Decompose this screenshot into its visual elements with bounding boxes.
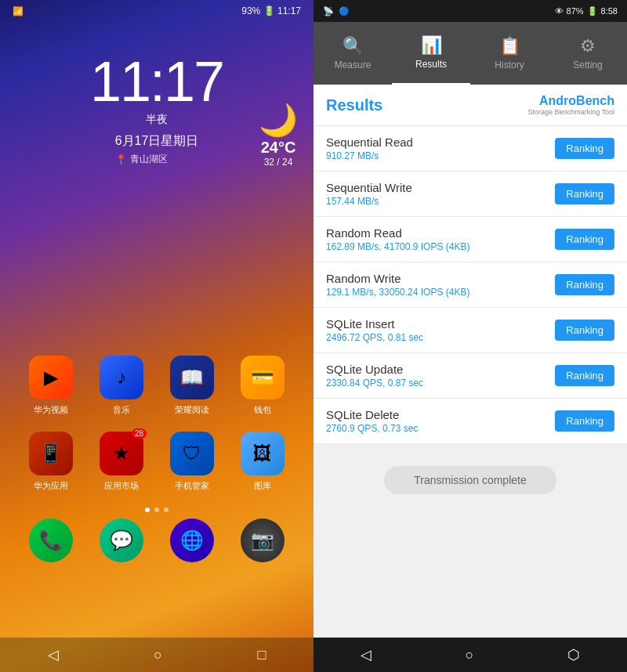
sqlite-update-ranking-btn[interactable]: Ranking	[555, 365, 614, 386]
home-btn-right[interactable]: ○	[466, 647, 474, 663]
gallery-icon: 🖼	[241, 432, 285, 475]
dot-2	[154, 508, 159, 512]
messages-icon: 💬	[100, 518, 143, 562]
right-panel: 📡 🔵 👁 87% 🔋 8:58 🔍 Measure 📊 Results 📋 H…	[314, 0, 627, 672]
sequential-read-name: Sequential Read	[326, 135, 555, 149]
app-messages[interactable]: 💬	[94, 518, 149, 562]
video-icon: ▶	[29, 356, 73, 399]
androbench-name: AndroBench	[528, 94, 614, 108]
wifi-icon: 📶	[13, 6, 24, 16]
sqlite-delete-ranking-btn[interactable]: Ranking	[555, 410, 614, 432]
sqlite-update-value: 2330.84 QPS, 0.87 sec	[326, 378, 555, 388]
random-read-value: 162.89 MB/s, 41700.9 IOPS (4KB)	[326, 241, 555, 252]
eye-icon: 👁	[555, 6, 564, 16]
recent-btn-left[interactable]: □	[257, 647, 266, 663]
right-battery: 87%	[567, 6, 584, 16]
dock: 📞 💬 🌐 📷	[16, 518, 298, 562]
random-write-name: Random Write	[326, 272, 555, 285]
measure-icon: 🔍	[342, 36, 364, 56]
wallet-icon: 💳	[241, 356, 285, 399]
transmission-complete: Transmission complete	[384, 466, 556, 494]
sqlite-delete-name: SQLite Delete	[326, 408, 555, 421]
dot-1	[145, 508, 150, 512]
back-btn-left[interactable]: ◁	[48, 646, 59, 663]
sqlite-update-name: SQLite Update	[326, 363, 555, 376]
random-read-ranking-btn[interactable]: Ranking	[555, 229, 614, 250]
manager-label: 手机管家	[175, 480, 209, 492]
share-btn-right[interactable]: ⬡	[567, 646, 580, 663]
sqlite-insert-name: SQLite Insert	[326, 317, 555, 331]
right-status-left: 📡 🔵	[323, 6, 350, 16]
left-nav-bar: ◁ ○ □	[0, 638, 314, 672]
benchmark-random-write: Random Write 129.1 MB/s, 33050.24 IOPS (…	[314, 262, 627, 308]
sqlite-insert-info: SQLite Insert 2496.72 QPS, 0.81 sec	[326, 317, 555, 343]
location-pin-icon: 📍	[115, 154, 127, 165]
tab-bar: 🔍 Measure 📊 Results 📋 History ⚙ Setting	[314, 22, 627, 85]
sqlite-delete-info: SQLite Delete 2760.9 QPS, 0.73 sec	[326, 408, 555, 434]
phone-icon: 📞	[29, 518, 73, 562]
app-gallery[interactable]: 🖼 图库	[235, 432, 290, 492]
sqlite-insert-ranking-btn[interactable]: Ranking	[555, 320, 614, 341]
left-time: 11:17	[277, 5, 301, 16]
battery-icon: 🔋	[263, 5, 277, 16]
app-huawei-apps[interactable]: 📱 华为应用	[24, 432, 78, 492]
half-night-label: 半夜	[146, 113, 168, 127]
sequential-write-ranking-btn[interactable]: Ranking	[555, 183, 614, 204]
results-icon: 📊	[421, 35, 442, 56]
music-label: 音乐	[113, 404, 130, 416]
androbench-sub: Storage Benchmarking Tool	[528, 108, 614, 116]
app-music[interactable]: ♪ 音乐	[94, 356, 149, 416]
right-status-right: 👁 87% 🔋 8:58	[555, 6, 618, 16]
app-phone[interactable]: 📞	[24, 518, 78, 562]
left-status-bar: 📶 93% 🔋 11:17	[0, 0, 314, 22]
benchmark-random-read: Random Read 162.89 MB/s, 41700.9 IOPS (4…	[314, 217, 627, 262]
app-camera[interactable]: 📷	[235, 518, 290, 562]
browser-icon: 🌐	[170, 518, 214, 562]
sequential-read-ranking-btn[interactable]: Ranking	[555, 138, 614, 159]
app-browser[interactable]: 🌐	[165, 518, 219, 562]
bench-part: Bench	[576, 94, 614, 107]
tab-setting[interactable]: ⚙ Setting	[549, 22, 627, 85]
tab-history[interactable]: 📋 History	[470, 22, 549, 85]
app-wallet[interactable]: 💳 钱包	[235, 356, 290, 416]
results-title: Results	[326, 96, 382, 114]
page-dots	[16, 508, 298, 512]
tab-results[interactable]: 📊 Results	[392, 22, 470, 85]
benchmark-sequential-read: Sequential Read 910.27 MB/s Ranking	[314, 126, 627, 172]
video-label: 华为视频	[34, 404, 68, 416]
date-display: 6月17日星期日 📍 青山湖区	[115, 133, 199, 166]
app-manager[interactable]: 🛡 手机管家	[165, 432, 219, 492]
temp-range: 32 / 24	[259, 157, 298, 168]
manager-icon: 🛡	[170, 432, 214, 475]
dot-3	[164, 508, 169, 512]
signal-icon: 📡	[323, 6, 334, 16]
reader-label: 荣耀阅读	[175, 404, 209, 416]
huawei-apps-label: 华为应用	[34, 480, 68, 492]
home-btn-left[interactable]: ○	[154, 647, 162, 663]
sequential-write-info: Sequential Write 157.44 MB/s	[326, 181, 555, 207]
left-status-right: 93% 🔋 11:17	[241, 5, 301, 16]
random-write-ranking-btn[interactable]: Ranking	[555, 274, 614, 295]
andro-part: Andro	[539, 94, 576, 107]
music-icon: ♪	[100, 356, 143, 399]
results-header: Results AndroBench Storage Benchmarking …	[314, 85, 627, 126]
app-row-2: 📱 华为应用 ★ 28 应用市场 🛡 手机管家 🖼 图库	[16, 432, 298, 492]
benchmark-sqlite-insert: SQLite Insert 2496.72 QPS, 0.81 sec Rank…	[314, 308, 627, 353]
back-btn-right[interactable]: ◁	[361, 646, 371, 663]
sequential-write-name: Sequential Write	[326, 181, 555, 194]
app-video[interactable]: ▶ 华为视频	[24, 356, 78, 416]
moon-icon: 🌙	[259, 102, 298, 139]
market-label: 应用市场	[104, 480, 139, 492]
sequential-read-value: 910.27 MB/s	[326, 150, 555, 161]
date-text: 6月17日星期日	[115, 133, 199, 150]
left-battery: 93%	[241, 5, 260, 16]
app-reader[interactable]: 📖 荣耀阅读	[165, 356, 219, 416]
location: 📍 青山湖区	[115, 153, 199, 166]
wallet-label: 钱包	[254, 404, 271, 416]
content-area: Results AndroBench Storage Benchmarking …	[314, 85, 627, 638]
tab-measure[interactable]: 🔍 Measure	[314, 22, 392, 85]
transmission-area: Transmission complete	[314, 444, 627, 516]
sqlite-update-info: SQLite Update 2330.84 QPS, 0.87 sec	[326, 363, 555, 388]
app-market[interactable]: ★ 28 应用市场	[94, 432, 149, 492]
random-read-info: Random Read 162.89 MB/s, 41700.9 IOPS (4…	[326, 226, 555, 252]
